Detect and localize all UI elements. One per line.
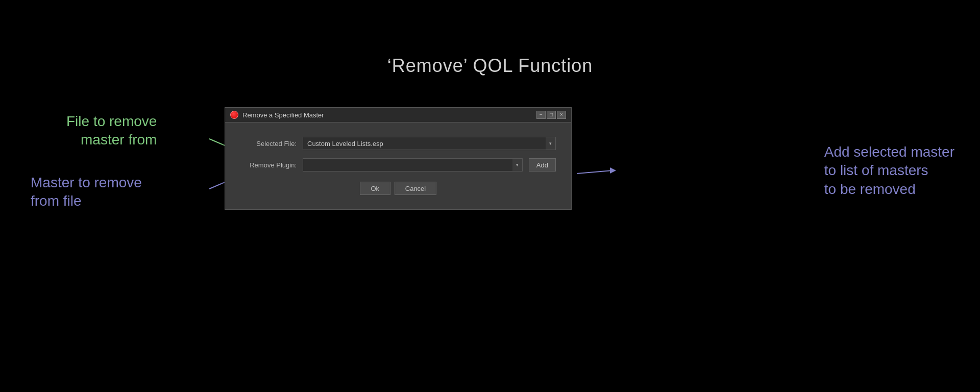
annotation-master-label: Master to remove from file bbox=[31, 174, 142, 211]
maximize-button[interactable]: □ bbox=[547, 111, 556, 119]
selected-file-row: Selected File: Custom Leveled Lists.esp … bbox=[240, 137, 556, 150]
dialog-title-text: Remove a Specified Master bbox=[242, 111, 324, 119]
minimize-button[interactable]: − bbox=[536, 111, 546, 119]
annotation-add-label: Add selected master to list of masters t… bbox=[824, 143, 954, 199]
remove-master-dialog: Remove a Specified Master − □ × Selected… bbox=[225, 107, 572, 210]
annotation-file-label: File to remove master from bbox=[66, 112, 157, 150]
dialog-titlebar: Remove a Specified Master − □ × bbox=[225, 108, 571, 122]
svg-line-4 bbox=[577, 170, 612, 174]
page-title: ‘Remove’ QOL Function bbox=[387, 55, 593, 77]
dialog-title-left: Remove a Specified Master bbox=[230, 111, 324, 119]
svg-marker-5 bbox=[610, 167, 616, 174]
remove-plugin-label: Remove Plugin: bbox=[240, 161, 297, 169]
selected-file-select[interactable]: Custom Leveled Lists.esp bbox=[303, 137, 556, 150]
dialog-app-icon bbox=[230, 111, 238, 119]
dialog-window-controls: − □ × bbox=[536, 111, 566, 119]
selected-file-select-wrapper: Custom Leveled Lists.esp ▾ bbox=[303, 137, 556, 150]
add-button[interactable]: Add bbox=[529, 158, 556, 172]
remove-plugin-select-wrapper: ▾ bbox=[303, 158, 523, 172]
selected-file-label: Selected File: bbox=[240, 140, 297, 148]
cancel-button[interactable]: Cancel bbox=[395, 182, 436, 195]
dialog-footer: Ok Cancel bbox=[240, 180, 556, 197]
close-button[interactable]: × bbox=[557, 111, 566, 119]
remove-plugin-select[interactable] bbox=[303, 158, 523, 172]
ok-button[interactable]: Ok bbox=[360, 182, 390, 195]
remove-plugin-row: Remove Plugin: ▾ Add bbox=[240, 158, 556, 172]
dialog-body: Selected File: Custom Leveled Lists.esp … bbox=[225, 122, 571, 209]
